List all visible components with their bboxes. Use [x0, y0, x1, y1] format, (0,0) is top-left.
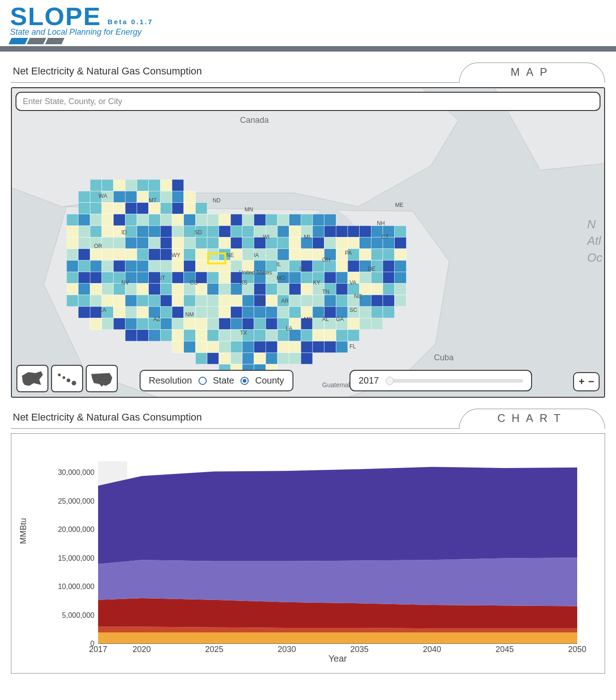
resolution-state-label[interactable]: State [213, 375, 235, 386]
zoom-out-button[interactable]: − [588, 376, 594, 388]
svg-rect-292 [207, 318, 219, 330]
svg-rect-327 [172, 341, 184, 353]
svg-rect-62 [184, 226, 196, 237]
svg-rect-259 [125, 306, 137, 318]
svg-rect-60 [160, 226, 172, 237]
svg-rect-340 [324, 341, 336, 353]
svg-rect-315 [219, 330, 231, 341]
svg-rect-286 [137, 318, 149, 330]
chart-panel: MMBtu Year 05,000,00010,000,00015,000,00… [11, 433, 605, 674]
year-slider[interactable] [386, 379, 523, 383]
svg-rect-332 [230, 341, 242, 353]
svg-text:VA: VA [350, 279, 356, 286]
svg-rect-109 [395, 237, 407, 249]
svg-rect-223 [371, 284, 383, 295]
svg-rect-267 [219, 306, 231, 318]
chart-xtick: 2050 [568, 644, 586, 654]
svg-rect-32 [102, 214, 114, 226]
svg-rect-341 [336, 341, 348, 353]
svg-rect-142 [102, 260, 114, 272]
svg-rect-105 [348, 237, 360, 249]
svg-rect-205 [160, 284, 172, 295]
svg-rect-237 [195, 295, 207, 306]
chart-tab[interactable]: CHART [459, 409, 605, 429]
brand-name: SLOPE [10, 4, 101, 29]
svg-text:MS: MS [304, 316, 312, 322]
header-divider [0, 46, 616, 52]
svg-text:IA: IA [254, 252, 259, 258]
svg-rect-137 [383, 249, 395, 260]
svg-rect-312 [184, 330, 196, 341]
svg-rect-166 [383, 260, 395, 272]
choropleth-map[interactable]: Canada Mexico Cuba Guatemala NAtlOc Unit… [12, 88, 604, 397]
svg-rect-54 [90, 226, 102, 237]
map-tab[interactable]: MAP [459, 63, 605, 83]
svg-text:AR: AR [281, 298, 289, 304]
location-search-input[interactable] [16, 92, 600, 111]
resolution-county-radio[interactable] [240, 377, 249, 385]
svg-rect-85 [114, 237, 125, 249]
svg-rect-217 [301, 284, 313, 295]
year-slider-pill: 2017 [350, 370, 532, 391]
svg-rect-331 [219, 341, 231, 353]
svg-rect-118 [160, 249, 172, 260]
chart-xtick: 2035 [350, 644, 369, 654]
resolution-county-label[interactable]: County [255, 375, 284, 386]
svg-rect-16 [172, 191, 184, 202]
svg-rect-46 [266, 214, 277, 226]
svg-rect-273 [289, 306, 301, 318]
svg-rect-291 [195, 318, 207, 330]
svg-rect-272 [277, 306, 289, 318]
svg-rect-57 [125, 226, 137, 237]
svg-rect-80 [395, 226, 407, 237]
zoom-in-button[interactable]: + [579, 376, 585, 388]
svg-rect-47 [277, 214, 289, 226]
svg-rect-86 [125, 237, 137, 249]
svg-rect-114 [114, 249, 125, 260]
svg-rect-311 [172, 330, 184, 341]
svg-point-399 [58, 374, 61, 376]
svg-rect-103 [324, 237, 336, 249]
svg-rect-318 [254, 330, 266, 341]
svg-rect-71 [289, 226, 301, 237]
svg-text:AL: AL [322, 316, 329, 322]
svg-rect-349 [277, 353, 289, 364]
svg-rect-8 [78, 191, 90, 202]
svg-rect-129 [289, 249, 301, 260]
chart-xtick: 2017 [89, 644, 107, 654]
svg-text:CA: CA [99, 307, 106, 313]
svg-rect-48 [289, 214, 301, 226]
svg-rect-139 [67, 260, 78, 272]
resolution-state-radio[interactable] [198, 377, 207, 385]
svg-rect-241 [242, 295, 254, 306]
svg-rect-228 [90, 295, 102, 306]
svg-rect-42 [219, 214, 231, 226]
svg-rect-203 [137, 284, 149, 295]
svg-rect-7 [172, 179, 184, 191]
svg-text:DE: DE [368, 266, 376, 272]
svg-rect-294 [230, 318, 242, 330]
decorative-slashes [10, 38, 606, 46]
svg-rect-168 [67, 272, 78, 283]
svg-rect-76 [348, 226, 360, 237]
svg-rect-236 [184, 295, 196, 306]
svg-rect-58 [137, 226, 149, 237]
svg-rect-127 [266, 249, 277, 260]
svg-rect-233 [149, 295, 161, 306]
svg-rect-66 [230, 226, 242, 237]
jump-to-alaska-button[interactable] [16, 365, 48, 392]
svg-rect-136 [371, 249, 383, 260]
jump-to-hawaii-button[interactable] [51, 365, 83, 392]
svg-text:LA: LA [286, 325, 292, 332]
us-county-choropleth[interactable]: United States WAMTNDMNIDSDWYNEORNVUTCONM… [67, 179, 418, 376]
svg-rect-95 [230, 237, 242, 249]
svg-rect-36 [149, 214, 161, 226]
svg-rect-334 [254, 341, 266, 353]
svg-text:SC: SC [350, 307, 357, 313]
svg-rect-271 [266, 306, 277, 318]
brand-tagline: State and Local Planning for Energy [10, 27, 606, 37]
chart-xtick: 2020 [132, 644, 151, 654]
svg-rect-229 [102, 295, 114, 306]
jump-to-contiguous-us-button[interactable] [86, 365, 118, 392]
year-slider-thumb[interactable] [386, 377, 394, 385]
